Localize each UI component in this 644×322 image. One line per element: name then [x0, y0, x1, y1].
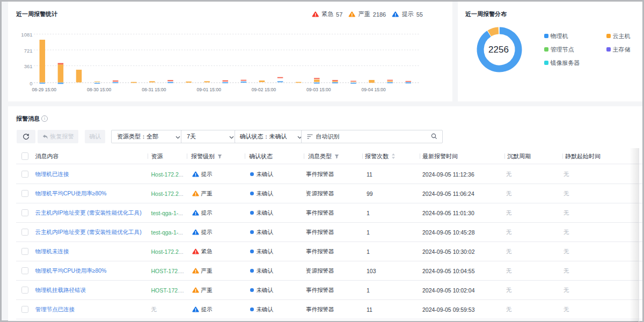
svg-text:721: 721 [24, 48, 32, 54]
svg-text:09-03 15:00: 09-03 15:00 [306, 87, 331, 92]
svg-text:08-29 15:00: 08-29 15:00 [32, 87, 56, 92]
svg-text:09-02 15:00: 09-02 15:00 [251, 87, 276, 92]
svg-text:1081: 1081 [21, 32, 32, 38]
svg-text:08-30 15:00: 08-30 15:00 [86, 87, 111, 92]
svg-text:08-31 15:00: 08-31 15:00 [142, 87, 166, 92]
svg-text:0: 0 [30, 80, 32, 86]
svg-text:09-01 15:00: 09-01 15:00 [196, 87, 221, 92]
svg-text:361: 361 [24, 63, 32, 69]
svg-text:09-04 15:00: 09-04 15:00 [361, 87, 386, 92]
